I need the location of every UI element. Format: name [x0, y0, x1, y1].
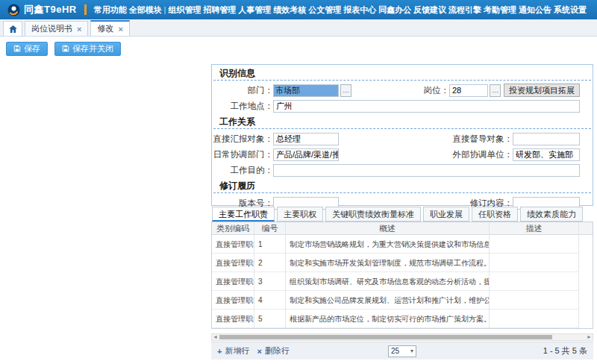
purpose-label: 工作目的：: [212, 165, 273, 176]
page-size-select[interactable]: 25 ▾: [388, 345, 416, 357]
menu-item-attendance[interactable]: 考勤管理: [484, 4, 516, 16]
menu-item-common[interactable]: 常用功能: [94, 4, 127, 16]
dept-lookup-button[interactable]: …: [340, 84, 351, 97]
cell-description: [490, 310, 579, 328]
report-to-label: 直接汇报对象：: [212, 134, 273, 145]
cell-number: 3: [254, 272, 286, 291]
orange-divider: [84, 4, 87, 15]
supervise-field[interactable]: [513, 133, 580, 145]
menu-item-office[interactable]: 同鑫办公: [378, 4, 411, 16]
table-row[interactable]: 直接管理职能 5 根据新产品的市场定位，制定切实可行的市场推广策划方案。: [212, 310, 593, 328]
cell-summary: 制定和实施公司品牌发展规划、运营计划和推广计划，维护公司的品牌形象。: [286, 291, 490, 310]
cell-summary: 制定和实施市场开发策划管理制度，规范市场调研工作流程。: [286, 254, 490, 272]
cell-category: 直接管理职能: [212, 272, 254, 291]
logo-icon: [7, 4, 20, 16]
tab-qualifications[interactable]: 任职资格: [472, 207, 518, 222]
top-header-bar: 同鑫T9eHR 常用功能 全部模块 | 组织管理 招聘管理 人事管理 绩效考核 …: [0, 0, 597, 19]
column-header-category: 类别编码: [212, 222, 254, 235]
menu-item-report[interactable]: 报表中心: [343, 4, 376, 16]
tab-competency[interactable]: 绩效素质能力: [520, 207, 583, 222]
tab-position-description[interactable]: 岗位说明书 ×: [25, 21, 88, 36]
save-button-label: 保存: [24, 43, 40, 54]
purpose-field[interactable]: [273, 164, 580, 177]
tab-main-duties[interactable]: 主要工作职责: [212, 207, 275, 222]
external-field[interactable]: 研发部、实施部: [513, 148, 580, 161]
home-icon: [9, 25, 17, 33]
coordinate-label: 日常协调部门：: [212, 149, 273, 160]
save-and-close-button[interactable]: 保存并关闭: [54, 42, 121, 56]
section-divider: [213, 80, 591, 81]
dept-field-selected-text: 市场部: [274, 85, 338, 96]
menu-item-notice[interactable]: 通知公告: [519, 4, 551, 16]
save-button[interactable]: 保存: [6, 42, 48, 56]
tab-label: 岗位说明书: [31, 23, 72, 34]
post-lookup-button[interactable]: …: [490, 84, 501, 97]
page-size-value: 25: [391, 347, 399, 355]
tab-main-authority[interactable]: 主要职权: [277, 207, 323, 222]
dept-label: 部门：: [212, 85, 273, 96]
post-field[interactable]: 28: [449, 84, 488, 97]
column-header-number: 编号: [254, 222, 286, 235]
plus-icon[interactable]: +: [217, 347, 222, 356]
window-tab-strip: 岗位说明书 × 修改 ×: [0, 19, 597, 37]
cell-filler: [579, 291, 593, 310]
app-title: 同鑫T9eHR: [24, 3, 77, 16]
menu-item-workflow[interactable]: 流程引擎: [448, 4, 481, 16]
cell-number: 5: [254, 310, 286, 328]
delete-row-button[interactable]: 删除行: [265, 345, 290, 357]
menu-divider: |: [164, 5, 166, 14]
cell-summary: 制定市场营销战略规划，为重大营销决策提供建议和市场信息支持。: [286, 235, 490, 254]
post-label: 岗位：: [418, 85, 449, 96]
dept-field[interactable]: 市场部: [273, 84, 339, 97]
table-row[interactable]: 直接管理职能 2 制定和实施市场开发策划管理制度，规范市场调研工作流程。: [212, 254, 593, 272]
cell-summary: 组织策划市场调研、研究及市场信息客观的动态分析活动，提供准确可靠的市场情报信息。: [286, 272, 490, 291]
cell-description: [490, 254, 579, 272]
location-field[interactable]: 广州: [273, 100, 580, 113]
scrollbar-thumb[interactable]: [219, 335, 552, 339]
column-header-summary: 概述: [286, 222, 490, 235]
cell-filler: [579, 254, 593, 272]
menu-item-org[interactable]: 组织管理: [168, 4, 201, 16]
horizontal-scrollbar[interactable]: ◄ ►: [211, 333, 593, 341]
section-divider: [213, 192, 591, 193]
menu-item-all-modules[interactable]: 全部模块: [129, 4, 162, 16]
delete-icon[interactable]: ×: [257, 347, 261, 356]
report-to-field[interactable]: 总经理: [273, 133, 339, 145]
scroll-right-icon[interactable]: ►: [586, 334, 593, 340]
post-name-button[interactable]: 投资规划项目拓展: [504, 84, 580, 97]
tab-modify[interactable]: 修改 ×: [90, 20, 129, 36]
cell-filler: [579, 272, 593, 291]
main-menu: 常用功能 全部模块 | 组织管理 招聘管理 人事管理 绩效考核 公文管理 报表中…: [91, 4, 597, 16]
supervise-label: 直接督导对象：: [444, 134, 513, 145]
toolbar: 保存 保存并关闭: [0, 40, 597, 57]
table-footer: + 新增行 × 删除行 25 ▾ 1 - 5 共 5 条: [211, 342, 593, 360]
cell-category: 直接管理职能: [212, 254, 254, 272]
tab-career-development[interactable]: 职业发展: [423, 207, 469, 222]
menu-item-document[interactable]: 公文管理: [308, 4, 341, 16]
chevron-down-icon: ▾: [410, 348, 413, 354]
scroll-left-icon[interactable]: ◄: [212, 334, 219, 340]
menu-item-hr[interactable]: 人事管理: [238, 4, 271, 16]
table-row[interactable]: 直接管理职能 3 组织策划市场调研、研究及市场信息客观的动态分析活动，提供准确可…: [212, 272, 593, 291]
add-row-button[interactable]: 新增行: [225, 345, 249, 357]
menu-item-recruit[interactable]: 招聘管理: [203, 4, 236, 16]
menu-item-performance[interactable]: 绩效考核: [273, 4, 306, 16]
table-row[interactable]: 直接管理职能 4 制定和实施公司品牌发展规划、运营计划和推广计划，维护公司的品牌…: [212, 291, 593, 310]
menu-item-settings[interactable]: 系统设置: [554, 4, 587, 16]
close-icon[interactable]: ×: [77, 25, 81, 34]
record-count: 1 - 5 共 5 条: [543, 345, 587, 357]
section-title-identification: 识别信息: [219, 68, 593, 78]
save-icon: [62, 45, 69, 52]
tab-kpi-standards[interactable]: 关键职责绩效衡量标准: [325, 207, 421, 222]
column-header-description: 描述: [490, 222, 579, 235]
coordinate-field[interactable]: 产品/品牌/渠道/推广专员: [273, 148, 339, 161]
cell-description: [490, 235, 579, 254]
menu-item-feedback[interactable]: 反馈建议: [413, 4, 446, 16]
section-divider: [213, 128, 591, 129]
external-label: 外部协调单位：: [444, 149, 513, 160]
close-icon[interactable]: ×: [118, 25, 122, 34]
cell-description: [490, 291, 579, 310]
table-row[interactable]: 直接管理职能 1 制定市场营销战略规划，为重大营销决策提供建议和市场信息支持。: [212, 235, 593, 254]
home-tab[interactable]: [3, 21, 22, 36]
cell-summary: 根据新产品的市场定位，制定切实可行的市场推广策划方案。: [286, 310, 490, 328]
